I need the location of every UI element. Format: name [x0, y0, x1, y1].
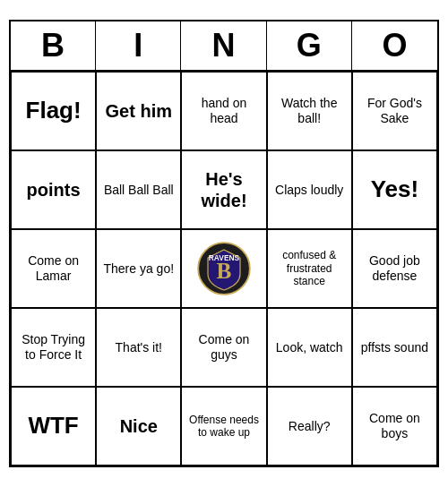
cell-20[interactable]: WTF: [11, 387, 96, 466]
header-i: I: [96, 21, 181, 70]
cell-15[interactable]: Stop Trying to Force It: [11, 308, 96, 387]
cell-8[interactable]: Claps loudly: [267, 150, 352, 229]
bingo-card: B I N G O Flag! Get him hand on head Wat…: [9, 20, 439, 467]
cell-22[interactable]: Offense needs to wake up: [181, 387, 266, 466]
bingo-grid: Flag! Get him hand on head Watch the bal…: [11, 72, 437, 466]
header-n: N: [181, 21, 266, 70]
cell-10[interactable]: Come on Lamar: [11, 229, 96, 308]
cell-21[interactable]: Nice: [96, 387, 181, 466]
cell-18[interactable]: Look, watch: [267, 308, 352, 387]
cell-11[interactable]: There ya go!: [96, 229, 181, 308]
cell-19[interactable]: pffsts sound: [352, 308, 437, 387]
cell-23[interactable]: Really?: [267, 387, 352, 466]
cell-6[interactable]: Ball Ball Ball: [96, 150, 181, 229]
bingo-header: B I N G O: [11, 21, 437, 72]
cell-16[interactable]: That's it!: [96, 308, 181, 387]
cell-2[interactable]: hand on head: [181, 72, 266, 150]
cell-17[interactable]: Come on guys: [181, 308, 266, 387]
cell-9[interactable]: Yes!: [352, 150, 437, 229]
header-o: O: [352, 21, 437, 70]
ravens-logo-icon: B RAVENS: [197, 242, 251, 295]
cell-0[interactable]: Flag!: [11, 72, 96, 150]
header-b: B: [11, 21, 96, 70]
cell-13[interactable]: confused & frustrated stance: [267, 229, 352, 308]
cell-14[interactable]: Good job defense: [352, 229, 437, 308]
cell-3[interactable]: Watch the ball!: [267, 72, 352, 150]
cell-12-logo[interactable]: B RAVENS: [181, 229, 266, 308]
cell-4[interactable]: For God's Sake: [352, 72, 437, 150]
header-g: G: [267, 21, 352, 70]
cell-24[interactable]: Come on boys: [352, 387, 437, 466]
cell-1[interactable]: Get him: [96, 72, 181, 150]
cell-7[interactable]: He's wide!: [181, 150, 266, 229]
cell-5[interactable]: points: [11, 150, 96, 229]
svg-text:RAVENS: RAVENS: [209, 253, 240, 262]
